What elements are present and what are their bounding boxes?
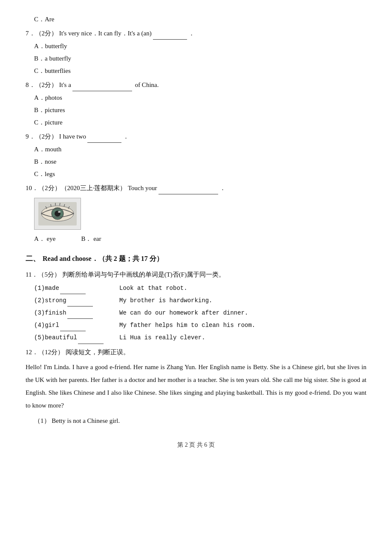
q11-sentence-1: Look at that robot. bbox=[119, 283, 375, 294]
q10-blank[interactable] bbox=[159, 182, 218, 194]
q10-opt-a-label: A． bbox=[34, 235, 45, 242]
q8-score: （2分） bbox=[35, 79, 58, 91]
q9-opt-b-label: B． bbox=[34, 156, 45, 168]
q8-opt-b-label: B． bbox=[34, 104, 45, 116]
q11-row-4: (4)girl My father helps him to clean his… bbox=[34, 320, 375, 331]
q11-row-1: (1)made Look at that robot. bbox=[34, 283, 375, 294]
q8-opt-c-label: C． bbox=[34, 117, 45, 128]
page-footer: 第 2 页 共 6 页 bbox=[26, 439, 366, 450]
q7-opt-a-text: butterfly bbox=[45, 40, 67, 52]
q9-opt-b-text: nose bbox=[45, 156, 57, 168]
question-10: 10． （2分） （2020三上·莲都期末） Touch your ． bbox=[26, 182, 366, 194]
q8-opt-b-text: pictures bbox=[45, 104, 65, 116]
q8-option-b: B． pictures bbox=[34, 104, 366, 116]
q11-blank-4[interactable] bbox=[60, 320, 86, 331]
q10-opt-b: B． ear bbox=[81, 233, 101, 245]
q10-score: （2分） bbox=[38, 182, 61, 194]
q10-number: 10． bbox=[26, 182, 38, 194]
question-9: 9． （2分） I have two ． bbox=[26, 131, 366, 143]
q7-opt-b-label: B． bbox=[34, 53, 45, 64]
q9-score: （2分） bbox=[35, 131, 58, 142]
option-c-are: C．Are bbox=[34, 14, 366, 25]
q11-blank-2[interactable] bbox=[67, 295, 93, 306]
q9-option-a: A． mouth bbox=[34, 144, 366, 155]
q7-option-a: A． butterfly bbox=[34, 40, 366, 52]
q10-opt-a-text: eye bbox=[47, 235, 56, 242]
q9-number: 9． bbox=[26, 131, 35, 142]
q10-opt-b-text: ear bbox=[93, 235, 101, 242]
eye-image bbox=[34, 198, 81, 230]
q10-end: ． bbox=[219, 182, 226, 194]
q12-passage: Hello! I'm Linda. I have a good e-friend… bbox=[26, 361, 366, 412]
q10-prompt: Touch your bbox=[128, 182, 157, 194]
q11-sentence-4: My father helps him to clean his room. bbox=[119, 320, 375, 331]
eye-illustration bbox=[38, 202, 77, 225]
q11-score: （5分） bbox=[38, 269, 61, 280]
question-12: 12． （12分） 阅读短文，判断正误。 bbox=[26, 347, 366, 358]
q10-year-note: （2020三上·莲都期末） bbox=[61, 182, 127, 194]
q7-blank[interactable] bbox=[153, 28, 187, 40]
q8-opt-a-label: A． bbox=[34, 92, 45, 104]
q12-score: （12分） bbox=[38, 347, 64, 358]
q7-opt-a-label: A． bbox=[34, 40, 45, 52]
q11-blank-5[interactable] bbox=[78, 332, 104, 344]
q11-instruction: 判断所给单词与句子中画线的单词是(T)否(F)属于同一类。 bbox=[62, 269, 225, 280]
q9-opt-a-text: mouth bbox=[45, 144, 61, 155]
q11-word-4: (4)girl bbox=[34, 320, 119, 331]
question-11: 11． （5分） 判断所给单词与句子中画线的单词是(T)否(F)属于同一类。 bbox=[26, 269, 366, 280]
q11-sentence-2: My brother is hardworking. bbox=[119, 295, 375, 306]
q7-prompt: It's very nice．It can fly．It's a (an) bbox=[59, 28, 152, 39]
q12-sub-1: （1） Betty is not a Chinese girl. bbox=[34, 415, 366, 427]
q9-opt-c-text: legs bbox=[45, 168, 55, 180]
option-c-label: C．Are bbox=[34, 14, 55, 25]
q7-option-c: C． butterflies bbox=[34, 65, 366, 77]
q10-opt-a: A． eye bbox=[34, 233, 55, 245]
q7-opt-c-text: butterflies bbox=[45, 65, 71, 77]
q9-blank[interactable] bbox=[87, 131, 121, 143]
q8-middle: of China. bbox=[135, 79, 159, 91]
q8-blank[interactable] bbox=[72, 79, 132, 91]
q7-score: （2分） bbox=[35, 28, 58, 39]
q11-blank-3[interactable] bbox=[67, 308, 93, 319]
q12-sub-1-text: Betty is not a Chinese girl. bbox=[52, 417, 120, 424]
q9-opt-a-label: A． bbox=[34, 144, 45, 155]
q7-option-b: B． a butterfly bbox=[34, 53, 366, 64]
q11-table: (1)made Look at that robot. (2)strong My… bbox=[34, 283, 375, 344]
section-2-header: 二、 Read and choose．（共 2 题；共 17 分） bbox=[26, 252, 366, 266]
q8-opt-a-text: photos bbox=[45, 92, 62, 104]
q11-number: 11． bbox=[26, 269, 38, 280]
q9-opt-c-label: C． bbox=[34, 168, 45, 180]
svg-point-4 bbox=[58, 211, 61, 213]
q11-word-1: (1)made bbox=[34, 283, 119, 294]
q7-end: ． bbox=[188, 28, 195, 39]
question-8: 8． （2分） It's a of China. bbox=[26, 79, 366, 91]
question-7: 7． （2分） It's very nice．It can fly．It's a… bbox=[26, 28, 366, 40]
q12-sub-1-num: （1） bbox=[34, 417, 50, 424]
q10-opt-b-label: B． bbox=[81, 235, 92, 242]
q11-row-5: (5)beautiful Li Hua is really clever. bbox=[34, 332, 375, 344]
q11-sentence-5: Li Hua is really clever. bbox=[119, 332, 375, 343]
q12-instruction: 阅读短文，判断正误。 bbox=[66, 347, 130, 358]
q8-option-c: C． picture bbox=[34, 117, 366, 128]
q7-number: 7． bbox=[26, 28, 35, 39]
q7-opt-b-text: a butterfly bbox=[45, 53, 71, 64]
q11-word-3: (3)finish bbox=[34, 308, 119, 319]
q8-prompt: It's a bbox=[59, 79, 71, 91]
q11-sentence-3: We can do our homework after dinner. bbox=[119, 308, 375, 318]
q11-word-5: (5)beautiful bbox=[34, 332, 119, 344]
q11-word-2: (2)strong bbox=[34, 295, 119, 306]
q9-option-c: C． legs bbox=[34, 168, 366, 180]
q11-row-2: (2)strong My brother is hardworking. bbox=[34, 295, 375, 306]
q7-opt-c-label: C． bbox=[34, 65, 45, 77]
q8-number: 8． bbox=[26, 79, 35, 91]
section-2-number: 二、 bbox=[26, 252, 40, 266]
footer-text: 第 2 页 共 6 页 bbox=[177, 442, 215, 448]
q12-number: 12． bbox=[26, 347, 38, 358]
q9-option-b: B． nose bbox=[34, 156, 366, 168]
q9-prompt: I have two bbox=[59, 131, 86, 142]
q11-blank-1[interactable] bbox=[60, 283, 86, 294]
q10-options: A． eye B． ear bbox=[34, 233, 366, 245]
q8-opt-c-text: picture bbox=[45, 117, 63, 128]
q9-end: ． bbox=[123, 131, 129, 142]
q11-row-3: (3)finish We can do our homework after d… bbox=[34, 308, 375, 319]
